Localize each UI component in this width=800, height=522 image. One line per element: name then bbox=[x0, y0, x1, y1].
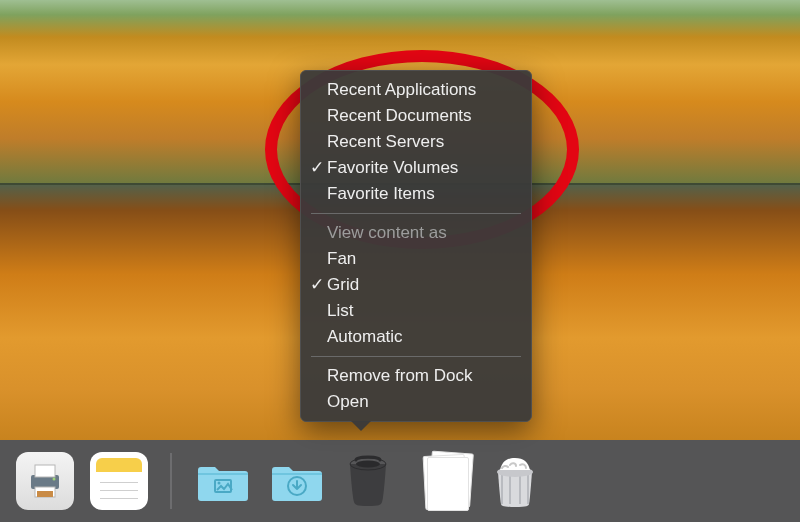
menu-item[interactable]: List bbox=[301, 298, 531, 324]
dock-divider bbox=[170, 453, 172, 509]
menu-item[interactable]: Open bbox=[301, 389, 531, 415]
menu-item[interactable]: Remove from Dock bbox=[301, 363, 531, 389]
menu-item-label: List bbox=[327, 298, 353, 324]
menu-item-label: Recent Applications bbox=[327, 77, 476, 103]
menu-item-label: Favorite Volumes bbox=[327, 155, 458, 181]
pictures-folder-icon[interactable] bbox=[194, 452, 252, 510]
svg-rect-3 bbox=[37, 491, 53, 497]
menu-item-label: Favorite Items bbox=[327, 181, 435, 207]
svg-point-10 bbox=[356, 461, 380, 468]
menu-item[interactable]: ✓Favorite Volumes bbox=[301, 155, 531, 181]
trash-icon[interactable] bbox=[490, 452, 548, 510]
menu-item[interactable]: Favorite Items bbox=[301, 181, 531, 207]
menu-item-label: Recent Documents bbox=[327, 103, 472, 129]
menu-item[interactable]: Fan bbox=[301, 246, 531, 272]
menu-separator bbox=[311, 213, 521, 214]
menu-item-label: Fan bbox=[327, 246, 356, 272]
menu-item[interactable]: Recent Servers bbox=[301, 129, 531, 155]
svg-point-6 bbox=[218, 482, 221, 485]
checkmark-icon: ✓ bbox=[309, 155, 325, 181]
svg-rect-1 bbox=[35, 465, 55, 477]
documents-stack-icon[interactable] bbox=[416, 452, 474, 510]
menu-item[interactable]: Recent Applications bbox=[301, 77, 531, 103]
notes-app-icon[interactable] bbox=[90, 452, 148, 510]
checkmark-icon: ✓ bbox=[309, 272, 325, 298]
menu-item: View content as bbox=[301, 220, 531, 246]
menu-item[interactable]: ✓Grid bbox=[301, 272, 531, 298]
desktop: Recent ApplicationsRecent DocumentsRecen… bbox=[0, 0, 800, 522]
dock-stack-context-menu: Recent ApplicationsRecent DocumentsRecen… bbox=[300, 70, 532, 422]
downloads-folder-icon[interactable] bbox=[268, 452, 326, 510]
menu-item-label: View content as bbox=[327, 220, 447, 246]
svg-point-4 bbox=[53, 478, 56, 481]
menu-item[interactable]: Recent Documents bbox=[301, 103, 531, 129]
menu-separator bbox=[311, 356, 521, 357]
menu-item-label: Automatic bbox=[327, 324, 403, 350]
menu-item[interactable]: Automatic bbox=[301, 324, 531, 350]
menu-item-label: Remove from Dock bbox=[327, 363, 472, 389]
printer-app-icon[interactable] bbox=[16, 452, 74, 510]
recent-items-stack-icon[interactable] bbox=[342, 452, 400, 510]
dock bbox=[0, 440, 800, 522]
menu-item-label: Recent Servers bbox=[327, 129, 444, 155]
menu-item-label: Open bbox=[327, 389, 369, 415]
menu-item-label: Grid bbox=[327, 272, 359, 298]
